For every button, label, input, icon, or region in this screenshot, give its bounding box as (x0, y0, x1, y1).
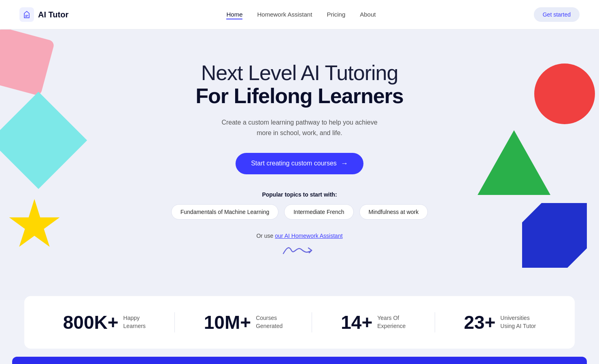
nav-home[interactable]: Home (226, 11, 242, 19)
logo[interactable]: AI Tutor (19, 7, 68, 22)
topic-pill-0[interactable]: Fundamentals of Machine Learning (171, 204, 278, 220)
deco-shape-blue (522, 203, 587, 268)
stat-divider-0 (174, 312, 175, 332)
hero-subtitle: Create a custom learning pathway to help… (171, 117, 428, 138)
stat-number-1: 10M+ (204, 313, 251, 332)
get-started-button[interactable]: Get started (534, 7, 580, 22)
stat-divider-1 (312, 312, 312, 332)
hero-content: Next Level AI Tutoring For Lifelong Lear… (171, 61, 428, 260)
stat-label-0: Happy Learners (123, 314, 146, 330)
deco-shape-yellow (8, 199, 61, 252)
stat-label-1: Courses Generated (256, 314, 283, 330)
hero-section: Next Level AI Tutoring For Lifelong Lear… (0, 29, 599, 300)
stat-number-2: 14+ (341, 313, 372, 332)
topics-row: Fundamentals of Machine Learning Interme… (171, 204, 428, 220)
arrow-icon: → (341, 159, 348, 168)
stat-number-3: 23+ (464, 313, 495, 332)
stat-label-2: Years Of Experience (377, 314, 406, 330)
stat-divider-2 (435, 312, 435, 332)
squiggle-icon (171, 242, 428, 260)
bottom-bar (12, 357, 587, 364)
stat-label-3: Universities Using AI Tutor (500, 314, 536, 330)
stat-number-0: 800K+ (63, 313, 119, 332)
nav-homework[interactable]: Homework Assistant (257, 11, 312, 18)
deco-shape-green (478, 130, 550, 195)
navbar: AI Tutor Home Homework Assistant Pricing… (0, 0, 599, 29)
hero-title-bold: For Lifelong Learners (171, 85, 428, 108)
deco-shape-pink (0, 29, 55, 96)
popular-label: Popular topics to start with: (171, 191, 428, 198)
deco-shape-cyan (0, 92, 87, 189)
stat-1: 10M+ Courses Generated (204, 313, 283, 332)
hero-title-light: Next Level AI Tutoring (171, 61, 428, 85)
or-use-row: Or use our AI Homework Assistant (171, 233, 428, 239)
logo-icon (19, 7, 34, 22)
stat-0: 800K+ Happy Learners (63, 313, 146, 332)
cta-button[interactable]: Start creating custom courses → (236, 153, 363, 174)
main-nav: Home Homework Assistant Pricing About (226, 11, 376, 18)
homework-assistant-link[interactable]: our AI Homework Assistant (275, 233, 342, 239)
stats-section: 800K+ Happy Learners 10M+ Courses Genera… (24, 296, 575, 349)
nav-pricing[interactable]: Pricing (327, 11, 345, 18)
topic-pill-2[interactable]: Mindfulness at work (359, 204, 428, 220)
logo-text: AI Tutor (38, 10, 68, 19)
nav-about[interactable]: About (360, 11, 376, 18)
deco-shape-red (534, 63, 595, 124)
stat-3: 23+ Universities Using AI Tutor (464, 313, 536, 332)
stat-2: 14+ Years Of Experience (341, 313, 406, 332)
topic-pill-1[interactable]: Intermediate French (284, 204, 353, 220)
